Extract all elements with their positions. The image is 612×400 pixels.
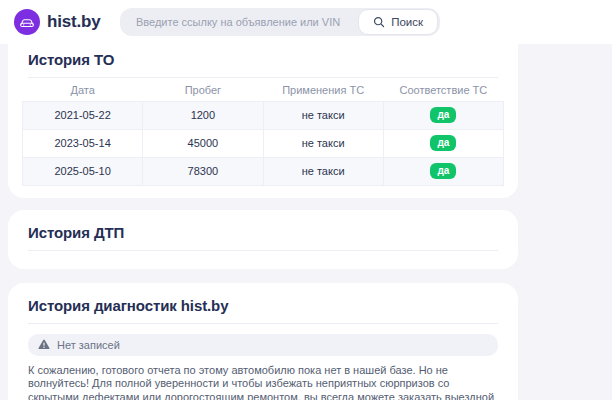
search-input[interactable] bbox=[120, 8, 358, 36]
maintenance-table: Дата Пробег Применения ТС Соответствие Т… bbox=[22, 79, 504, 186]
no-records-label: Нет записей bbox=[57, 339, 120, 351]
divider bbox=[28, 77, 498, 78]
divider bbox=[28, 250, 498, 251]
table-row: 2025-05-10 78300 не такси да bbox=[23, 157, 504, 185]
cell-mileage: 45000 bbox=[143, 129, 263, 157]
status-badge: да bbox=[430, 135, 456, 151]
diagnostics-description: К сожалению, готового отчета по этому ав… bbox=[28, 364, 498, 400]
no-records-notice: Нет записей bbox=[28, 334, 498, 356]
column-header-usage: Применения ТС bbox=[263, 79, 383, 101]
car-logo-icon bbox=[14, 9, 40, 35]
cell-usage: не такси bbox=[263, 157, 383, 185]
cell-mileage: 1200 bbox=[143, 101, 263, 129]
report-content: История ТО Дата Пробег Применения ТС Соо… bbox=[8, 44, 518, 400]
status-badge: да bbox=[430, 107, 456, 123]
cell-date: 2025-05-10 bbox=[23, 157, 143, 185]
brand-name: hist.by bbox=[47, 12, 100, 32]
header: hist.by Поиск bbox=[0, 0, 612, 44]
cell-compliance: да bbox=[383, 101, 503, 129]
column-header-compliance: Соответствие ТС bbox=[383, 79, 503, 101]
cell-compliance: да bbox=[383, 129, 503, 157]
search-bar: Поиск bbox=[120, 8, 440, 36]
maintenance-history-title: История ТО bbox=[20, 51, 506, 68]
diagnostics-history-title: История диагностик hist.by bbox=[20, 297, 506, 314]
column-header-mileage: Пробег bbox=[143, 79, 263, 101]
cell-compliance: да bbox=[383, 157, 503, 185]
cell-date: 2023-05-14 bbox=[23, 129, 143, 157]
search-button[interactable]: Поиск bbox=[358, 9, 438, 35]
brand-logo-link[interactable]: hist.by bbox=[14, 9, 100, 35]
warning-icon bbox=[38, 339, 50, 350]
table-header-row: Дата Пробег Применения ТС Соответствие Т… bbox=[23, 79, 504, 101]
cell-mileage: 78300 bbox=[143, 157, 263, 185]
cell-date: 2021-05-22 bbox=[23, 101, 143, 129]
search-button-label: Поиск bbox=[391, 16, 423, 28]
table-row: 2021-05-22 1200 не такси да bbox=[23, 101, 504, 129]
accident-history-title: История ДТП bbox=[20, 224, 506, 241]
cell-usage: не такси bbox=[263, 129, 383, 157]
accident-history-card: История ДТП bbox=[8, 210, 518, 269]
column-header-date: Дата bbox=[23, 79, 143, 101]
maintenance-history-card: История ТО Дата Пробег Применения ТС Соо… bbox=[8, 44, 518, 198]
divider bbox=[28, 323, 498, 324]
status-badge: да bbox=[430, 163, 456, 179]
table-row: 2023-05-14 45000 не такси да bbox=[23, 129, 504, 157]
diagnostics-history-card: История диагностик hist.by Нет записей К… bbox=[8, 283, 518, 400]
search-icon bbox=[373, 16, 385, 28]
cell-usage: не такси bbox=[263, 101, 383, 129]
